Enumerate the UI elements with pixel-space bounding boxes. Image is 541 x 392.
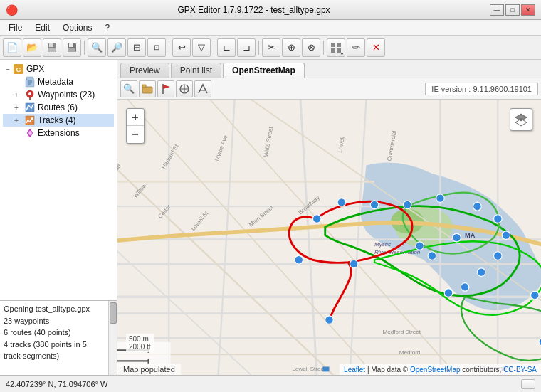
ccbysa-link[interactable]: CC-BY-SA (503, 366, 537, 374)
leaflet-link[interactable]: Leaflet (344, 366, 365, 374)
tree-node-waypoints[interactable]: + Waypoints (23) (3, 88, 114, 101)
filter-button[interactable]: ▽ (192, 38, 211, 57)
toolbar: 📄 📂 🔍 🔎 ⊞ ⊡ ↩ ▽ ⊏ ⊐ ✂ ⊕ ⊗ ▼ ✏ ✕ (0, 36, 541, 60)
map-toolbar: 🔍 (117, 78, 541, 100)
log-line-3: 6 routes (40 points) (4, 327, 107, 339)
map-tool2-button[interactable] (194, 80, 211, 97)
tree-view: − G GPX (0, 60, 117, 300)
tree-node-extensions[interactable]: Extensions (3, 127, 114, 139)
svg-text:Medford: Medford (399, 349, 421, 356)
zoom-fit-button[interactable]: ⊞ (127, 38, 146, 57)
svg-point-84 (444, 289, 453, 297)
log-thumb[interactable] (110, 302, 117, 324)
svg-point-81 (494, 252, 503, 260)
save-button[interactable] (43, 38, 61, 57)
maximize-button[interactable]: □ (505, 4, 520, 16)
save-as-button[interactable] (63, 38, 81, 57)
tree-toggle-tracks[interactable]: + (14, 117, 24, 125)
svg-text:G: G (16, 66, 21, 73)
svg-rect-4 (69, 43, 73, 47)
svg-point-95 (416, 242, 424, 250)
edit1-button[interactable]: ✂ (262, 38, 280, 57)
close-file-button[interactable]: ✕ (367, 38, 385, 57)
main-content: − G GPX (0, 60, 541, 375)
sep1 (84, 41, 85, 55)
layers-button[interactable] (510, 108, 532, 131)
status-bar: 42.407239° N, 71.094706° W (0, 375, 541, 392)
ie-version-box: IE version : 9.11.9600.19101 (425, 83, 538, 95)
tree-label-tracks: Tracks (4) (38, 115, 76, 125)
tree-toggle-routes[interactable]: + (14, 104, 24, 112)
osm-link[interactable]: OpenStreetMap (410, 366, 461, 374)
svg-rect-6 (331, 43, 335, 47)
svg-point-96 (428, 252, 436, 260)
zoom-fit2-button[interactable]: ⊡ (147, 38, 166, 57)
svg-point-18 (28, 92, 31, 95)
log-line-2: 23 waypoints (4, 315, 107, 327)
svg-rect-25 (142, 85, 146, 88)
tree-toggle-waypoints[interactable]: + (14, 91, 24, 99)
map-tool1-button[interactable] (176, 80, 193, 97)
tree-node-metadata[interactable]: Metadata (3, 75, 114, 88)
svg-point-80 (502, 231, 510, 240)
svg-point-78 (473, 202, 482, 211)
svg-rect-7 (337, 43, 341, 47)
menu-options[interactable]: Options (57, 21, 98, 34)
zoom-control: + − (126, 108, 145, 144)
zoom-in-map-button[interactable]: + (127, 109, 144, 126)
svg-point-79 (494, 215, 503, 223)
undo-button[interactable]: ↩ (172, 38, 191, 57)
tree-label-gpx: GPX (26, 64, 44, 74)
tree-toggle-gpx[interactable]: − (3, 65, 13, 73)
map-area[interactable]: Broad Willow Cedar Lowell St Main Street… (117, 100, 541, 375)
tab-bar: Preview Point list OpenStreetMap (117, 60, 541, 78)
minimize-button[interactable]: — (490, 4, 504, 16)
new-button[interactable]: 📄 (3, 38, 21, 57)
app-icon: 🔴 (6, 4, 18, 16)
tree-label-routes: Routes (6) (38, 102, 78, 112)
tree-node-routes[interactable]: + Routes (6) (3, 101, 114, 114)
svg-point-75 (370, 201, 379, 209)
menu-help[interactable]: ? (99, 21, 115, 34)
map-zoom-in-button[interactable]: 🔍 (120, 80, 137, 97)
open-button[interactable]: 📂 (23, 38, 41, 57)
tab-preview[interactable]: Preview (120, 63, 169, 78)
menu-edit[interactable]: Edit (29, 21, 56, 34)
map-status: Map populated (117, 364, 181, 375)
merge-button[interactable]: ⊐ (237, 38, 256, 57)
zoom-out-button[interactable]: 🔎 (107, 38, 126, 57)
view-toggle-button[interactable]: ▼ (327, 38, 345, 57)
attribution-text: | Map data © (367, 366, 410, 374)
svg-point-92 (337, 198, 346, 207)
close-button[interactable]: ✕ (521, 4, 535, 16)
edit2-button[interactable]: ⊕ (282, 38, 300, 57)
map-open-button[interactable] (139, 80, 156, 97)
zoom-out-map-button[interactable]: − (127, 126, 144, 143)
svg-text:Mystic: Mystic (374, 241, 391, 248)
edit3-button[interactable]: ⊗ (302, 38, 320, 57)
svg-rect-5 (68, 48, 75, 52)
log-line-5: track segments) (4, 350, 107, 362)
tab-point-list[interactable]: Point list (171, 63, 221, 78)
tree-node-tracks[interactable]: + Tracks (4) (3, 114, 114, 127)
svg-text:Medford Street: Medford Street (383, 329, 421, 335)
menu-bar: File Edit Options ? (0, 20, 541, 36)
svg-point-97 (453, 233, 461, 242)
zoom-in-button[interactable]: 🔍 (88, 38, 106, 57)
draw-button[interactable]: ✏ (347, 38, 365, 57)
menu-file[interactable]: File (3, 21, 28, 34)
log-scrollbar[interactable] (108, 301, 117, 375)
svg-text:MA: MA (465, 232, 476, 239)
map-attribution: Leaflet | Map data © OpenStreetMap contr… (340, 364, 541, 375)
sep3 (214, 41, 214, 55)
tree-label-waypoints: Waypoints (23) (38, 90, 95, 100)
tree-node-gpx[interactable]: − G GPX (3, 63, 114, 75)
status-bar-resize[interactable] (521, 379, 535, 389)
svg-rect-8 (331, 48, 335, 53)
tab-openstreetmap[interactable]: OpenStreetMap (223, 63, 305, 78)
title-text: GPX Editor 1.7.9.1722 - test_alltype.gpx (18, 5, 490, 15)
sep2 (169, 41, 169, 55)
scale-2: 2000 ft (129, 343, 151, 351)
split-button[interactable]: ⊏ (217, 38, 236, 57)
map-flag-button[interactable] (157, 80, 174, 97)
